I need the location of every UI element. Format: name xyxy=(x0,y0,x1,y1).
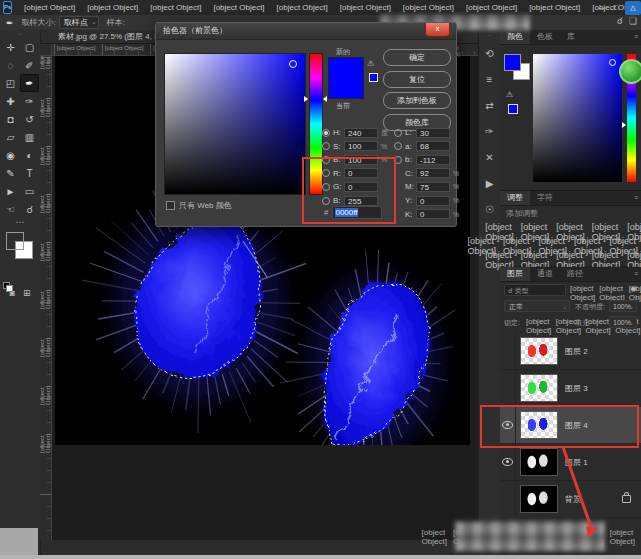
blend-mode-dropdown[interactable]: 正常⌄ xyxy=(504,300,570,312)
panel-tab[interactable]: 色板 xyxy=(530,30,560,44)
radio-button[interactable] xyxy=(322,156,330,164)
tool-button[interactable]: ◉ xyxy=(1,146,20,164)
menu-item[interactable]: [object Object] xyxy=(18,0,81,15)
hue-marker-right[interactable] xyxy=(323,96,327,102)
tool-button[interactable]: ◘ xyxy=(1,110,20,128)
layer-thumbnail[interactable] xyxy=(520,448,558,476)
panel-tab[interactable]: 库 xyxy=(560,30,582,44)
maximize-button[interactable]: □ xyxy=(609,1,623,15)
web-only-option[interactable]: 只有 Web 颜色 xyxy=(166,200,232,211)
tool-button[interactable]: ◐ xyxy=(20,146,39,164)
panel-tab[interactable]: 调整 xyxy=(500,191,530,205)
opacity-dropdown[interactable]: 100%⌄ xyxy=(609,300,637,312)
layer-name[interactable]: 图层 4 xyxy=(565,420,641,431)
tool-button[interactable]: ► xyxy=(1,182,20,200)
radio-button[interactable] xyxy=(394,129,402,137)
panel-tab[interactable]: 字符 xyxy=(530,191,560,205)
value-input[interactable]: 30 xyxy=(416,128,450,138)
rail-grip[interactable]: .. xyxy=(479,30,500,40)
menu-item[interactable]: [object Object] xyxy=(81,0,144,15)
value-input[interactable]: 92 xyxy=(416,168,450,178)
value-input[interactable]: 240 xyxy=(344,128,378,138)
radio-button[interactable] xyxy=(394,156,402,164)
panel-icon[interactable]: ☉ xyxy=(479,196,500,222)
layer-thumbnail[interactable] xyxy=(520,337,558,365)
radio-button[interactable] xyxy=(322,197,330,205)
tool-button[interactable]: ✚ xyxy=(1,92,20,110)
panel-tab[interactable]: 颜色 xyxy=(500,30,530,44)
visibility-toggle[interactable] xyxy=(500,444,516,480)
panel-tab[interactable]: 图层 xyxy=(500,267,530,281)
tool-button[interactable]: ▢ xyxy=(20,38,39,56)
tool-button[interactable]: ☜ xyxy=(1,200,20,218)
menu-item[interactable]: [object Object] xyxy=(144,0,207,15)
layer-name[interactable]: 图层 1 xyxy=(565,457,641,468)
menu-item[interactable]: [object Object] xyxy=(397,0,460,15)
menu-item[interactable]: [object Object] xyxy=(334,0,397,15)
dialog-button[interactable]: 确定 xyxy=(383,49,451,66)
hue-marker-left[interactable] xyxy=(304,96,308,102)
dialog-button[interactable]: 复位 xyxy=(383,71,451,88)
gamut-warning-icon[interactable]: ⚠ xyxy=(506,90,513,99)
value-input[interactable]: 0 xyxy=(416,209,450,219)
foreground-color-swatch[interactable] xyxy=(6,232,24,250)
minimize-button[interactable]: — xyxy=(595,1,609,15)
tool-button[interactable]: ✐ xyxy=(20,56,39,74)
layer-row[interactable]: 背景 xyxy=(500,481,641,518)
layer-thumbnail[interactable] xyxy=(520,485,558,513)
radio-button[interactable] xyxy=(322,129,330,137)
tool-button[interactable]: ✒ xyxy=(20,74,39,92)
foreground-color-swatch[interactable] xyxy=(504,54,521,71)
layer-name[interactable]: 图层 3 xyxy=(565,383,641,394)
value-input[interactable]: 100 xyxy=(344,155,378,165)
menu-item[interactable]: [object Object] xyxy=(271,0,334,15)
tool-button[interactable]: ▱ xyxy=(1,128,20,146)
panel-icon[interactable]: ≡ xyxy=(479,66,500,92)
dialog-close-button[interactable]: x xyxy=(425,23,450,37)
saturation-brightness-field[interactable] xyxy=(533,54,622,182)
panel-tab[interactable]: 通道 xyxy=(530,267,560,281)
gamut-warning-icon[interactable]: ⚠ xyxy=(367,59,374,68)
panel-menu-icon[interactable]: ≡ xyxy=(634,33,638,40)
dialog-title[interactable]: 拾色器（前景色） xyxy=(156,23,456,40)
tool-button[interactable]: ▭ xyxy=(20,182,39,200)
value-input[interactable]: 0 xyxy=(344,168,378,178)
layer-name[interactable]: 图层 2 xyxy=(565,346,641,357)
layer-row[interactable]: 图层 3 xyxy=(500,370,641,407)
layer-filter-dropdown[interactable]: ☌ 类型 xyxy=(504,284,566,296)
visibility-toggle[interactable] xyxy=(500,333,516,369)
screen-mode-button[interactable]: ⊞ xyxy=(23,288,31,298)
edit-toolbar-button[interactable]: ⋯ xyxy=(0,218,40,228)
panel-menu-icon[interactable]: ≡ xyxy=(634,270,638,277)
layer-row[interactable]: 图层 4 xyxy=(500,407,641,444)
toolbar-grip[interactable]: .. xyxy=(0,30,40,38)
tool-button[interactable]: ✑ xyxy=(20,92,39,110)
floating-badge[interactable] xyxy=(619,59,641,84)
tool-button[interactable]: T xyxy=(20,164,39,182)
panel-menu-icon[interactable]: ≡ xyxy=(634,194,638,201)
tool-button[interactable]: ☌ xyxy=(20,200,39,218)
value-input[interactable]: 68 xyxy=(416,141,450,151)
value-input[interactable]: 255 xyxy=(344,196,378,206)
visibility-toggle[interactable] xyxy=(500,370,516,406)
layers-panel-action-icon[interactable]: [object Object] xyxy=(610,528,635,546)
panel-icon[interactable]: ✑ xyxy=(479,118,500,144)
search-icon[interactable]: ☌ xyxy=(617,16,623,26)
radio-button[interactable] xyxy=(322,183,330,191)
layer-row[interactable]: 图层 1 xyxy=(500,444,641,481)
sample-size-dropdown[interactable]: 取样点 xyxy=(59,16,99,29)
default-colors-icon[interactable] xyxy=(3,282,12,291)
color-cursor[interactable] xyxy=(609,59,616,66)
value-input[interactable]: 0 xyxy=(416,196,450,206)
layer-thumbnail[interactable] xyxy=(520,411,558,439)
color-cursor[interactable] xyxy=(289,60,297,68)
workspace-icon[interactable]: ❏ xyxy=(629,16,637,26)
layer-filter-icon[interactable]: [object Object] xyxy=(570,284,595,302)
value-input[interactable]: 100 xyxy=(344,141,378,151)
panel-icon[interactable]: ⇄ xyxy=(479,92,500,118)
hex-input[interactable]: 0000ff xyxy=(332,206,382,219)
tool-button[interactable]: ✎ xyxy=(1,164,20,182)
layer-name[interactable]: 背景 xyxy=(565,494,622,505)
value-input[interactable]: 75 xyxy=(416,182,450,192)
hue-slider[interactable] xyxy=(309,53,323,195)
